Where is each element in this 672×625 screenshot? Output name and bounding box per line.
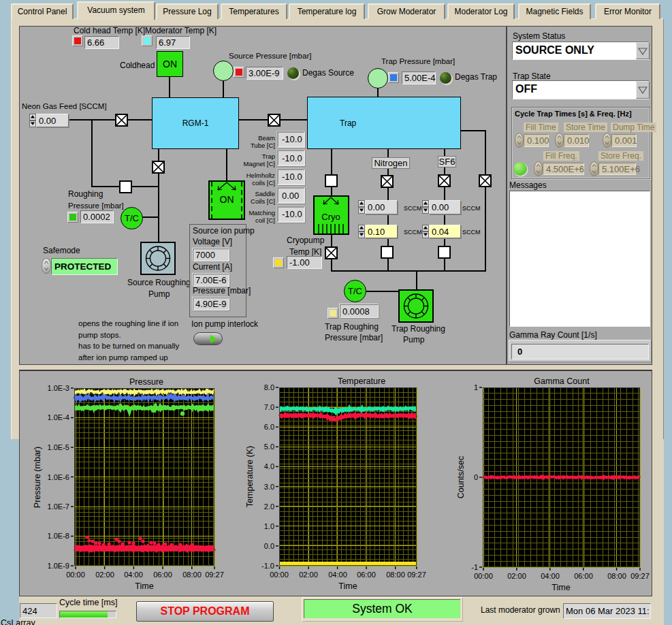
svg-text:1.0E-7: 1.0E-7 xyxy=(48,502,69,511)
svg-text:00:00: 00:00 xyxy=(474,572,493,580)
svg-text:1.0E-5: 1.0E-5 xyxy=(48,443,69,451)
svg-text:09:27: 09:27 xyxy=(630,572,650,580)
svg-text:02:00: 02:00 xyxy=(507,572,526,580)
svg-text:09:27: 09:27 xyxy=(205,571,224,579)
svg-text:2.0: 2.0 xyxy=(264,502,274,511)
svg-text:1.0E-4: 1.0E-4 xyxy=(48,413,69,421)
svg-text:Time: Time xyxy=(551,583,570,592)
svg-text:00:00: 00:00 xyxy=(270,571,289,579)
svg-text:00:00: 00:00 xyxy=(66,571,85,579)
svg-text:08:00: 08:00 xyxy=(182,571,202,579)
svg-text:06:00: 06:00 xyxy=(153,571,172,579)
svg-text:1.0E-8: 1.0E-8 xyxy=(48,532,69,540)
svg-text:Cryo: Cryo xyxy=(321,212,340,222)
svg-text:5.0: 5.0 xyxy=(264,443,274,451)
svg-text:08:00: 08:00 xyxy=(607,572,626,580)
svg-text:Temperature: Temperature xyxy=(338,376,385,386)
svg-text:0: 0 xyxy=(474,473,478,481)
svg-text:-1.0: -1.0 xyxy=(261,562,274,570)
svg-text:8.0: 8.0 xyxy=(264,383,274,391)
svg-text:1: 1 xyxy=(474,383,478,391)
svg-text:0.0: 0.0 xyxy=(264,542,274,550)
svg-text:4.0: 4.0 xyxy=(264,462,274,470)
svg-text:06:00: 06:00 xyxy=(357,571,376,579)
svg-text:Time: Time xyxy=(135,581,153,591)
svg-text:-1: -1 xyxy=(471,563,478,571)
svg-text:Pressure (mbar): Pressure (mbar) xyxy=(33,447,42,508)
svg-text:7.0: 7.0 xyxy=(264,403,274,411)
svg-text:06:00: 06:00 xyxy=(574,572,593,580)
svg-text:Counts/sec: Counts/sec xyxy=(456,456,466,499)
svg-text:3.0: 3.0 xyxy=(264,483,274,491)
svg-text:02:00: 02:00 xyxy=(95,571,114,579)
svg-text:1.0E-6: 1.0E-6 xyxy=(48,473,69,481)
svg-text:Gamma Count: Gamma Count xyxy=(534,376,590,386)
svg-text:1.0: 1.0 xyxy=(264,522,274,530)
svg-text:Pressure: Pressure xyxy=(129,377,163,387)
svg-text:6.0: 6.0 xyxy=(264,423,274,431)
svg-text:04:00: 04:00 xyxy=(541,572,560,580)
svg-text:1.0E-3: 1.0E-3 xyxy=(48,384,69,392)
svg-text:02:00: 02:00 xyxy=(299,571,318,579)
svg-text:08:00: 08:00 xyxy=(386,571,405,579)
svg-text:Time: Time xyxy=(338,581,357,591)
svg-text:04:00: 04:00 xyxy=(124,571,143,579)
svg-text:Temperature (K): Temperature (K) xyxy=(245,446,255,507)
svg-text:09:27: 09:27 xyxy=(407,571,426,579)
svg-text:1.0E-9: 1.0E-9 xyxy=(48,562,69,570)
svg-text:04:00: 04:00 xyxy=(328,571,347,579)
